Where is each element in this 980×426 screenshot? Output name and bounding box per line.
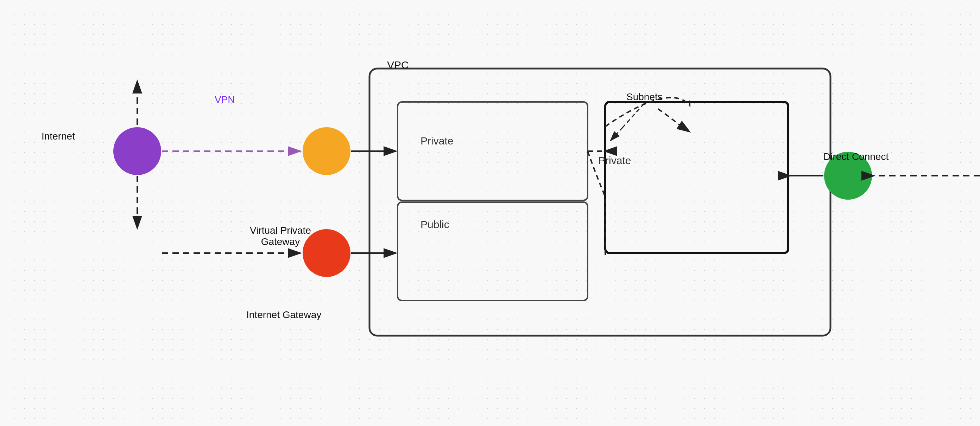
private-subnet-label: Private xyxy=(420,135,453,147)
private-subnet-box xyxy=(398,102,588,200)
subnets-label: Subnets xyxy=(626,91,663,103)
public-subnet-box xyxy=(398,202,588,301)
vpg-label: Virtual Private Gateway xyxy=(250,225,311,247)
subnets-pointer xyxy=(623,104,644,127)
private-inner-label: Private xyxy=(598,155,631,166)
direct-connect-label: Direct Connect xyxy=(823,151,889,162)
public-subnet-label: Public xyxy=(420,219,449,231)
vpn-label: VPN xyxy=(215,94,235,105)
subnets-pointer2 xyxy=(611,127,623,141)
vpg-node xyxy=(302,127,350,175)
internet-node xyxy=(113,127,161,175)
vpc-label: VPC xyxy=(387,59,409,71)
subnet-curve-path xyxy=(588,151,605,256)
diagram-container: VPC Subnets VPN Internet Virtual Private… xyxy=(0,0,980,426)
private-inner-subnet-box xyxy=(605,102,788,253)
ig-label: Internet Gateway xyxy=(246,309,321,321)
internet-label: Internet xyxy=(41,131,75,142)
subnets-to-box-arrow xyxy=(658,109,690,132)
